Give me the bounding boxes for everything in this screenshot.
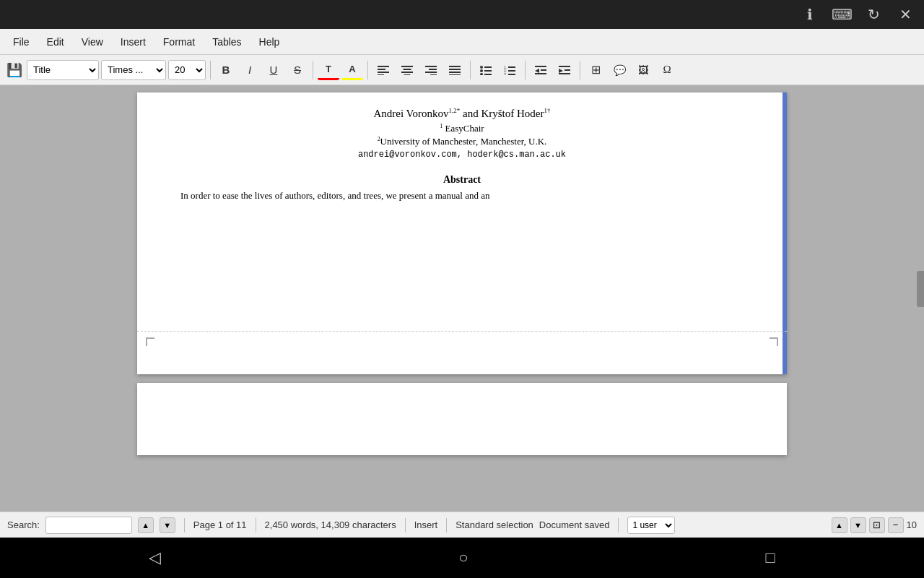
svg-point-16 [480, 66, 483, 69]
android-nav: ◁ ○ □ [0, 538, 924, 578]
search-label: Search: [7, 519, 40, 530]
page-1-content[interactable]: Andrei Voronkov1,2* and Kryštof Hoder1† … [137, 92, 787, 223]
align-center-button[interactable] [396, 60, 418, 80]
android-home-button[interactable]: ○ [458, 548, 468, 567]
outdent-button[interactable] [530, 60, 552, 80]
page-2 [137, 383, 787, 455]
edit-mode: Insert [414, 519, 438, 530]
search-next-button[interactable]: ▼ [160, 517, 175, 533]
svg-marker-33 [559, 69, 563, 73]
zoom-up-button[interactable]: ▲ [832, 517, 847, 533]
table-insert-button[interactable]: ⊞ [585, 60, 606, 80]
save-button[interactable]: 💾 [4, 60, 25, 80]
italic-button[interactable]: I [239, 60, 261, 80]
info-icon[interactable]: ℹ [800, 4, 820, 25]
text-color-button[interactable]: T [318, 60, 339, 80]
highlight-button[interactable]: A [341, 60, 363, 80]
close-icon[interactable]: ✕ [895, 4, 915, 25]
affil1-line: 1 EasyChair [180, 123, 744, 134]
affil2-line: 2University of Manchester, Manchester, U… [180, 136, 744, 147]
page-1: Andrei Voronkov1,2* and Kryštof Hoder1† … [137, 92, 787, 374]
menu-insert[interactable]: Insert [113, 33, 153, 51]
style-select[interactable]: Title Heading 1 Normal [27, 60, 99, 80]
font-select[interactable]: Times ... Arial Courier [101, 60, 166, 80]
search-input[interactable] [45, 517, 132, 534]
refresh-icon[interactable]: ↻ [863, 4, 884, 25]
unordered-list-button[interactable] [475, 60, 497, 80]
selection-mode: Standard selection [456, 519, 533, 530]
android-recents-button[interactable]: □ [766, 548, 775, 567]
comment-button[interactable]: 💬 [609, 60, 630, 80]
word-count: 2,450 words, 14,309 characters [265, 519, 396, 530]
svg-point-18 [480, 69, 483, 72]
align-left-button[interactable] [372, 60, 394, 80]
bold-button[interactable]: B [215, 60, 237, 80]
svg-marker-29 [535, 69, 539, 73]
users-select[interactable]: 1 user 2 users [627, 517, 675, 534]
keyboard-icon[interactable]: ⌨ [832, 4, 852, 25]
corner-tl-marker [146, 337, 154, 346]
menu-help[interactable]: Help [252, 33, 287, 51]
menu-tables[interactable]: Tables [205, 33, 248, 51]
corner-tr-marker [770, 337, 778, 346]
image-button[interactable]: 🖼 [632, 60, 654, 80]
align-right-button[interactable] [420, 60, 442, 80]
abstract-text: In order to ease the lives of authors, e… [180, 190, 744, 202]
menu-edit[interactable]: Edit [40, 33, 71, 51]
search-prev-button[interactable]: ▲ [138, 517, 154, 533]
menu-bar: File Edit View Insert Format Tables Help [0, 29, 924, 55]
zoom-controls: ▲ ▼ ⊡ − 10 [832, 517, 917, 533]
toolbar: 💾 Title Heading 1 Normal Times ... Arial… [0, 55, 924, 85]
font-size-select[interactable]: 20 81012141618242836 [168, 60, 206, 80]
status-bar: Search: ▲ ▼ Page 1 of 11 2,450 words, 14… [0, 512, 924, 538]
zoom-down-button[interactable]: ▼ [850, 517, 866, 533]
document-canvas: Andrei Voronkov1,2* and Kryštof Hoder1† … [0, 85, 924, 512]
special-char-button[interactable]: Ω [656, 60, 678, 80]
side-handle[interactable] [917, 271, 924, 307]
zoom-value: 10 [907, 519, 917, 530]
android-back-button[interactable]: ◁ [149, 548, 161, 567]
svg-text:3.: 3. [504, 72, 507, 75]
indent-button[interactable] [554, 60, 575, 80]
strikethrough-button[interactable]: S [287, 60, 308, 80]
author-line: Andrei Voronkov1,2* and Kryštof Hoder1† [180, 107, 744, 120]
email-line: andrei@voronkov.com, hoderk@cs.man.ac.uk [180, 150, 744, 160]
system-bar: ℹ ⌨ ↻ ✕ [0, 0, 924, 29]
menu-format[interactable]: Format [156, 33, 202, 51]
view-mode-button[interactable]: ⊡ [869, 517, 885, 533]
abstract-heading: Abstract [180, 174, 744, 186]
zoom-out-button[interactable]: − [888, 517, 904, 533]
save-status: Document saved [539, 519, 610, 530]
menu-file[interactable]: File [6, 33, 37, 51]
menu-view[interactable]: View [74, 33, 110, 51]
underline-button[interactable]: U [263, 60, 284, 80]
justify-button[interactable] [444, 60, 466, 80]
page-info: Page 1 of 11 [193, 519, 247, 530]
svg-point-20 [480, 73, 483, 75]
ordered-list-button[interactable]: 1.2.3. [499, 60, 520, 80]
